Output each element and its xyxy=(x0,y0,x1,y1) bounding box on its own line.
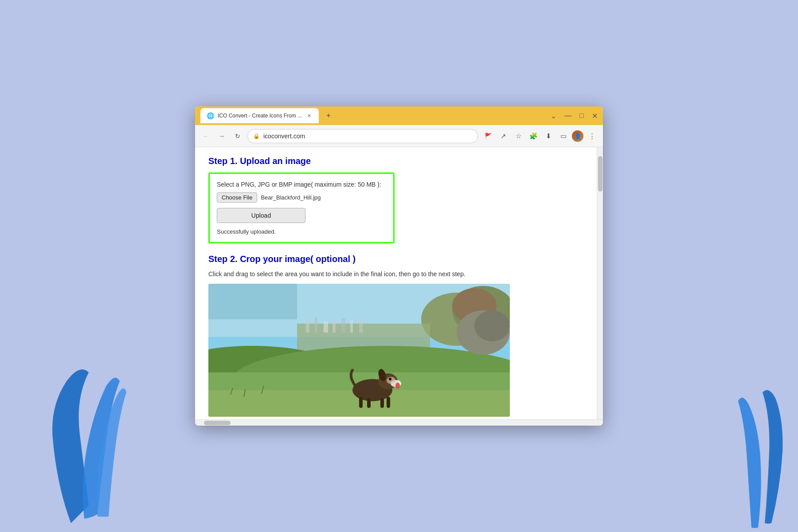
filename-display: Bear_Blackford_Hill.jpg xyxy=(261,194,321,201)
win11-logo-left xyxy=(44,355,133,532)
address-bar-row: ← → ↻ 🔒 icoconvert.com 🚩 ↗ ☆ 🧩 ⬇ ▭ 👤 ⋮ xyxy=(195,125,603,147)
extension-flag-icon[interactable]: 🚩 xyxy=(481,129,495,143)
page-scroll-area[interactable]: Step 1. Upload an image Select a PNG, JP… xyxy=(195,147,597,419)
close-button[interactable]: ✕ xyxy=(592,112,598,120)
svg-rect-6 xyxy=(306,319,309,332)
address-field[interactable]: 🔒 icoconvert.com xyxy=(247,129,478,143)
page-content: Step 1. Upload an image Select a PNG, JP… xyxy=(195,147,603,419)
svg-rect-8 xyxy=(324,321,328,332)
url-text: icoconvert.com xyxy=(263,133,472,140)
scrollbar-thumb[interactable] xyxy=(598,156,602,192)
lock-icon: 🔒 xyxy=(253,133,260,139)
upload-button[interactable]: Upload xyxy=(217,208,305,223)
landscape-svg xyxy=(208,284,510,417)
svg-rect-29 xyxy=(359,397,363,408)
profile-avatar[interactable]: 👤 xyxy=(572,130,583,142)
win11-logo-right xyxy=(718,377,789,532)
step1-heading: Step 1. Upload an image xyxy=(208,156,583,166)
maximize-button[interactable]: □ xyxy=(579,112,584,120)
star-icon[interactable]: ☆ xyxy=(512,129,525,143)
title-bar: 🌐 ICO Convert - Create Icons From ... ✕ … xyxy=(195,106,603,125)
svg-rect-30 xyxy=(367,398,371,408)
upload-label: Select a PNG, JPG or BMP image( maximum … xyxy=(217,181,386,188)
h-scrollbar-thumb[interactable] xyxy=(204,421,231,425)
svg-rect-11 xyxy=(350,320,353,332)
step2-description: Click and drag to select the area you wa… xyxy=(208,270,583,278)
minimize-button[interactable]: — xyxy=(564,112,571,120)
tab-title: ICO Convert - Create Icons From ... xyxy=(218,113,302,119)
svg-rect-7 xyxy=(315,317,317,332)
svg-rect-33 xyxy=(208,284,297,319)
svg-rect-12 xyxy=(359,317,363,332)
menu-icon[interactable]: ⋮ xyxy=(585,129,598,143)
svg-rect-31 xyxy=(380,398,384,408)
file-input-row: Choose File Bear_Blackford_Hill.jpg xyxy=(217,192,386,203)
chevron-down-icon[interactable]: ⌄ xyxy=(551,112,556,120)
crop-image[interactable] xyxy=(208,284,510,417)
vertical-scrollbar[interactable] xyxy=(597,147,603,419)
toolbar-icons: 🚩 ↗ ☆ 🧩 ⬇ ▭ 👤 ⋮ xyxy=(481,129,598,143)
upload-box: Select a PNG, JPG or BMP image( maximum … xyxy=(208,172,395,243)
success-message: Successfully uploaded. xyxy=(217,228,386,235)
svg-point-28 xyxy=(395,383,400,389)
title-bar-controls: ⌄ — □ ✕ xyxy=(551,112,598,120)
horizontal-scrollbar[interactable] xyxy=(195,419,603,426)
svg-point-26 xyxy=(387,377,395,384)
reload-button[interactable]: ↻ xyxy=(231,130,244,142)
browser-window: 🌐 ICO Convert - Create Icons From ... ✕ … xyxy=(195,106,603,426)
step2-heading: Step 2. Crop your image( optional ) xyxy=(208,254,583,264)
active-tab[interactable]: 🌐 ICO Convert - Create Icons From ... ✕ xyxy=(200,108,319,123)
sidebar-icon[interactable]: ▭ xyxy=(557,129,570,143)
svg-rect-32 xyxy=(387,397,390,408)
bottom-bar xyxy=(195,419,603,426)
svg-point-17 xyxy=(474,310,510,341)
forward-button[interactable]: → xyxy=(215,130,228,142)
share-icon[interactable]: ↗ xyxy=(497,129,510,143)
back-button[interactable]: ← xyxy=(200,130,212,142)
choose-file-button[interactable]: Choose File xyxy=(217,192,257,203)
tab-favicon: 🌐 xyxy=(207,112,214,119)
new-tab-button[interactable]: + xyxy=(322,110,335,122)
svg-rect-9 xyxy=(332,319,336,332)
extensions-icon[interactable]: 🧩 xyxy=(527,129,540,143)
svg-rect-10 xyxy=(341,318,345,332)
tab-close-button[interactable]: ✕ xyxy=(305,112,313,119)
svg-point-27 xyxy=(389,378,391,380)
download-icon[interactable]: ⬇ xyxy=(542,129,555,143)
